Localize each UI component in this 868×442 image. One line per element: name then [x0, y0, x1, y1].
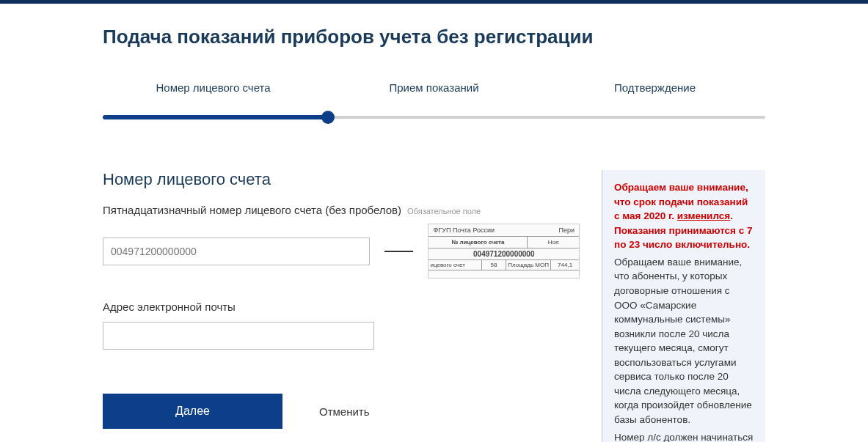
required-hint: Обязательное поле	[407, 207, 481, 216]
next-button[interactable]: Далее	[103, 394, 282, 429]
account-input-row: ФГУП Почта России Пери № лицевого счета …	[103, 224, 580, 279]
receipt-month: Ноя	[528, 237, 579, 248]
dash-separator	[384, 251, 413, 252]
cancel-button[interactable]: Отменить	[319, 405, 370, 418]
form-column: Номер лицевого счета Пятнадцатизначный н…	[103, 170, 580, 442]
notice-red-1-after: .	[730, 210, 733, 221]
content-area: Подача показаний приборов учета без реги…	[0, 4, 868, 442]
step-confirm[interactable]: Подтверждение	[544, 81, 765, 108]
receipt-r2-lbl: Площадь МОП	[506, 260, 551, 270]
account-label: Пятнадцатизначный номер лицевого счета (…	[103, 204, 401, 216]
notice-link-changed[interactable]: изменился	[677, 210, 730, 221]
step-readings[interactable]: Прием показаний	[324, 81, 544, 108]
step-account[interactable]: Номер лицевого счета	[103, 81, 324, 108]
receipt-r2-c2: 744,1	[551, 260, 579, 270]
notice-red-2: Показания принимаются с 7 по 23 число вк…	[614, 224, 754, 252]
receipt-org: ФГУП Почта России	[433, 226, 495, 234]
notice-body-2: Номер л/с должен начинаться либо с 00497…	[614, 430, 754, 442]
main-row: Номер лицевого счета Пятнадцатизначный н…	[103, 170, 765, 442]
account-label-row: Пятнадцатизначный номер лицевого счета (…	[103, 204, 580, 216]
receipt-r2-left: ицевого счет	[428, 260, 481, 270]
receipt-num-label: № лицевого счета	[428, 237, 528, 248]
receipt-period: Пери	[558, 226, 575, 234]
account-input[interactable]	[103, 237, 370, 265]
progress-dot	[321, 111, 335, 124]
progress-fill	[103, 115, 328, 119]
receipt-number: 004971200000000	[428, 248, 579, 260]
notice-box: Обращаем ваше внимание, что срок подачи …	[602, 170, 765, 442]
email-label: Адрес электронной почты	[103, 301, 580, 313]
email-input[interactable]	[103, 322, 374, 350]
section-title: Номер лицевого счета	[103, 170, 580, 189]
buttons-row: Далее Отменить	[103, 394, 580, 429]
receipt-sample-image: ФГУП Почта России Пери № лицевого счета …	[428, 224, 580, 279]
progress-track	[103, 116, 765, 119]
stepper: Номер лицевого счета Прием показаний Под…	[103, 81, 765, 108]
notice-body-1: Обращаем ваше внимание, что абоненты, у …	[614, 255, 754, 427]
page-title: Подача показаний приборов учета без реги…	[103, 26, 765, 48]
receipt-r2-c1: 58	[482, 260, 506, 270]
